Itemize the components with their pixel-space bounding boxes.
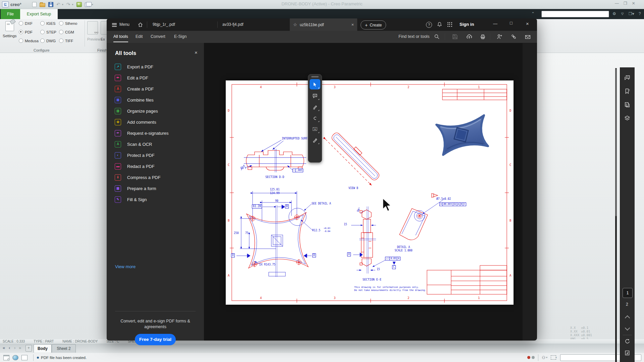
tool-item-create-a-pdf[interactable]: ACreate a PDF — [115, 84, 154, 94]
tool-item-compress-a-pdf[interactable]: ⇓Compress a PDF — [115, 172, 161, 182]
settings-label[interactable]: Settings — [3, 34, 17, 38]
pdf-page[interactable]: INTERRUPTED SURFACE63SECTION D-DVIEW BVI… — [226, 80, 514, 305]
email-icon[interactable] — [525, 34, 531, 40]
save-icon[interactable] — [48, 2, 53, 7]
tool-item-protect-a-pdf[interactable]: ◐Protect a PDF — [115, 150, 155, 160]
chevron-down-icon[interactable] — [625, 325, 630, 331]
ribbon-collapse-icon[interactable]: ⌃ — [531, 11, 535, 16]
select-tool-icon[interactable] — [310, 79, 320, 89]
tool-item-organize-pages[interactable]: ▥Organize pages — [115, 106, 158, 116]
prev-sheet-icon[interactable]: ‹ — [9, 345, 10, 350]
redo-caret-icon[interactable]: ▾ — [72, 3, 73, 6]
format-radio-cgm[interactable]: CGM — [59, 30, 74, 34]
settings-icon[interactable] — [5, 21, 14, 31]
undo-caret-icon[interactable]: ▾ — [62, 3, 63, 6]
export-button[interactable]: Ex — [101, 21, 107, 45]
rotate-page-icon[interactable] — [624, 338, 630, 346]
add-user-icon[interactable] — [497, 34, 502, 40]
comments-panel-icon[interactable] — [624, 75, 630, 82]
document-tab-1[interactable]: 9bjp_1r_.pdf — [153, 22, 175, 27]
undo-icon[interactable]: ↶ — [56, 2, 60, 7]
layers-dropdown-icon[interactable]: ❒▾ — [629, 11, 634, 16]
filter-caret-icon[interactable]: ▾ — [555, 356, 557, 359]
creo-maximize-button[interactable]: ❐ — [624, 1, 627, 6]
tool-item-prepare-a-form[interactable]: ▦Prepare a form — [115, 183, 156, 193]
format-radio-stheno[interactable]: Stheno — [59, 21, 77, 25]
sheet-tab-sheet2[interactable]: Sheet 2 — [52, 344, 76, 353]
chevron-up-icon[interactable] — [625, 315, 630, 321]
creo-command-search-input[interactable] — [541, 11, 609, 17]
format-radio-tiff[interactable]: TIFF — [59, 39, 73, 43]
tool-item-fill-sign[interactable]: ✎Fill & Sign — [115, 194, 147, 204]
model-check-gray-icon[interactable] — [532, 356, 535, 359]
help-icon[interactable]: ? — [639, 11, 641, 16]
find-text-label[interactable]: Find text or tools — [398, 34, 429, 39]
last-sheet-icon[interactable]: » — [19, 345, 21, 350]
windows-icon[interactable] — [85, 3, 90, 7]
format-radio-pdf[interactable]: PDF — [19, 30, 33, 34]
sheet-tab-body[interactable]: Body — [34, 344, 52, 353]
blank-window-icon[interactable] — [21, 355, 28, 360]
tool-item-redact-a-pdf[interactable]: ▬Redact a PDF — [115, 161, 155, 171]
windows-caret-icon[interactable]: ▾ — [92, 3, 93, 6]
pages-panel-icon[interactable] — [624, 102, 630, 109]
tab-edit[interactable]: Edit — [136, 34, 143, 39]
first-sheet-icon[interactable]: « — [3, 345, 5, 350]
creo-close-button[interactable]: ✕ — [632, 1, 635, 6]
menu-icon[interactable] — [112, 22, 117, 27]
fill-sign-tool-icon[interactable] — [310, 135, 320, 145]
search-icon[interactable]: 🜄 — [621, 11, 625, 16]
window-status-icon[interactable] — [3, 355, 9, 360]
bookmarks-panel-icon[interactable] — [624, 88, 630, 96]
find-in-model-icon[interactable]: ⚇ — [542, 355, 545, 360]
help-icon[interactable]: ? — [426, 22, 432, 28]
creo-export-setup-tab[interactable]: Export Setup — [20, 9, 58, 19]
open-file-icon[interactable] — [40, 3, 45, 7]
tool-item-add-comments[interactable]: ⊜Add comments — [115, 117, 156, 127]
vertical-scrollbar[interactable] — [615, 68, 617, 362]
draw-tool-icon[interactable] — [310, 113, 320, 123]
format-radio-medusa[interactable]: Medusa — [19, 39, 39, 43]
next-sheet-icon[interactable]: › — [14, 345, 15, 350]
menu-label[interactable]: Menu — [119, 22, 129, 27]
text-select-tool-icon[interactable]: A — [310, 124, 320, 134]
app-launcher-icon[interactable] — [447, 22, 452, 27]
palette-drag-handle[interactable] — [311, 76, 319, 77]
link-icon[interactable] — [511, 34, 517, 40]
upload-cloud-icon[interactable] — [466, 34, 472, 40]
panel-close-icon[interactable]: × — [195, 50, 198, 55]
find-caret-icon[interactable]: ▾ — [546, 356, 547, 359]
view-more-link[interactable]: View more — [115, 264, 136, 269]
free-trial-button[interactable]: Free 7-day trial — [135, 334, 176, 345]
tool-item-request-e-signatures[interactable]: ✒Request e-signatures — [115, 128, 169, 138]
tab-convert[interactable]: Convert — [151, 34, 165, 39]
format-radio-dxf[interactable]: DXF — [19, 21, 33, 25]
star-icon[interactable]: ☆ — [293, 22, 297, 27]
format-radio-iges[interactable]: IGES — [40, 21, 55, 25]
add-sheet-button[interactable]: + — [25, 345, 32, 352]
tool-item-edit-a-pdf[interactable]: ✏Edit a PDF — [115, 73, 148, 83]
preview-button[interactable]: Preview — [87, 21, 100, 41]
comment-tool-icon[interactable] — [310, 90, 320, 101]
tool-item-scan-ocr[interactable]: AScan & OCR — [115, 139, 152, 149]
document-tab-2[interactable]: av33-fj4.pdf — [222, 22, 244, 27]
document-tab-active[interactable]: ☆ uz5b11be.pdf × — [290, 18, 357, 31]
search-icon[interactable] — [434, 34, 440, 40]
page-thumbnail-1[interactable]: 1 — [623, 288, 633, 298]
tab-all-tools[interactable]: All tools — [113, 34, 128, 42]
scrollbar-thumb[interactable] — [615, 69, 617, 216]
close-tab-icon[interactable]: × — [351, 22, 354, 27]
create-button[interactable]: + Create — [361, 20, 386, 29]
document-area[interactable]: INTERRUPTED SURFACE63SECTION D-DVIEW BVI… — [204, 43, 523, 341]
gear-icon[interactable]: ⚙ — [612, 11, 616, 16]
new-file-icon[interactable] — [32, 2, 37, 7]
model-check-red-icon[interactable] — [527, 356, 530, 359]
bell-icon[interactable] — [437, 21, 442, 27]
fit-page-icon[interactable] — [624, 350, 630, 357]
redo-icon[interactable]: ↷ — [66, 2, 70, 7]
tool-item-combine-files[interactable]: ▣Combine files — [115, 95, 154, 105]
creo-minimize-button[interactable]: — — [615, 1, 619, 6]
save-icon[interactable] — [452, 34, 458, 40]
creo-file-tab[interactable]: File — [1, 9, 20, 19]
layers-panel-icon[interactable] — [624, 115, 630, 122]
